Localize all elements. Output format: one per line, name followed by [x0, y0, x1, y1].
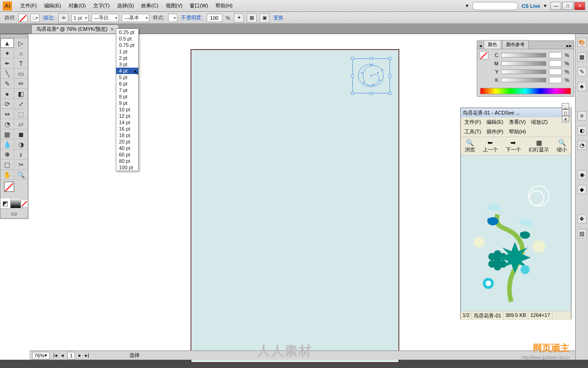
stroke-option[interactable]: 0.5 pt — [116, 35, 138, 42]
fill-dropdown[interactable]: □ — [30, 14, 40, 22]
none-mode[interactable] — [21, 198, 28, 208]
stroke-option[interactable]: 14 pt — [116, 119, 138, 126]
nav-prev-icon[interactable]: ◂ — [61, 352, 64, 358]
opt-icon-1[interactable]: ✦ — [234, 13, 244, 23]
artboard[interactable] — [191, 50, 399, 362]
acd-menu-item[interactable]: 文件(F) — [463, 118, 483, 126]
dock-layers-icon[interactable]: ❖ — [577, 214, 587, 224]
screen-mode[interactable]: ▭ — [0, 208, 28, 218]
zoom-level[interactable]: 76% ▾ — [32, 352, 50, 359]
acd-menu-item[interactable]: 工具(T) — [463, 128, 483, 136]
acd-tool-button[interactable]: 🔍缩小 — [557, 139, 567, 153]
dock-symbols-icon[interactable]: ♣ — [577, 82, 587, 91]
cmyk-slider[interactable] — [501, 53, 546, 58]
stroke-option[interactable]: 20 pt — [116, 138, 138, 145]
dock-gradient-icon[interactable]: ◐ — [577, 126, 587, 135]
symbol-sprayer-tool[interactable]: ❋ — [0, 150, 14, 160]
toolbox-grip[interactable] — [0, 34, 28, 38]
close-tab-icon[interactable]: ✕ — [110, 27, 114, 32]
acdsee-window[interactable]: 鸟语花香-01 - ACDSee ... _□✕ 文件(F)编辑(E)查看(V)… — [460, 108, 571, 319]
acd-menu-item[interactable]: 帮助(H) — [507, 128, 528, 136]
slice-tool[interactable]: ✂ — [14, 160, 28, 170]
minimize-button[interactable]: — — [550, 2, 561, 10]
stroke-stepper[interactable]: ≑ — [58, 13, 68, 23]
hand-tool[interactable]: ✋ — [0, 170, 14, 180]
cmyk-slider[interactable] — [501, 69, 546, 74]
cmyk-input[interactable] — [549, 60, 562, 67]
menu-item[interactable]: 窗口(W) — [186, 1, 212, 10]
zoom-tool[interactable]: 🔍 — [14, 170, 28, 180]
dock-color-icon[interactable]: 🎨 — [577, 38, 587, 47]
stroke-option[interactable]: 7 pt — [116, 87, 138, 93]
scale-tool[interactable]: ⤢ — [14, 99, 28, 109]
spectrum-picker[interactable] — [480, 88, 571, 94]
document-tab[interactable]: 鸟语花香* @ 76% (CMYK/预览) ✕ — [31, 24, 119, 34]
opacity-input[interactable] — [207, 14, 222, 22]
brush-dropdown[interactable]: — 基本 — [122, 14, 149, 22]
nav-first-icon[interactable]: |◂ — [53, 352, 57, 358]
search-input[interactable] — [472, 2, 518, 10]
direct-selection-tool[interactable]: ▷ — [14, 38, 28, 48]
cmyk-slider[interactable] — [501, 61, 546, 66]
color-panel[interactable]: ◂ 颜色 颜色参考 ▸▸ C%M%Y%K% — [477, 40, 574, 97]
stroke-label[interactable]: 描边: — [42, 14, 56, 21]
pencil-tool[interactable]: ✏ — [14, 79, 28, 89]
maximize-button[interactable]: □ — [562, 2, 573, 10]
stroke-option[interactable]: 3 pt — [116, 61, 138, 68]
acd-tool-button[interactable]: ➡下一个 — [506, 139, 521, 153]
opt-icon-2[interactable]: ▦ — [247, 13, 257, 23]
gradient-tool[interactable]: ◼ — [14, 129, 28, 139]
dock-appearance-icon[interactable]: ◉ — [577, 170, 587, 179]
stroke-option[interactable]: 2 pt — [116, 55, 138, 61]
stroke-option[interactable]: 40 pt — [116, 145, 138, 151]
rectangle-tool[interactable]: ▭ — [14, 69, 28, 79]
artboard-tool[interactable]: ▢ — [0, 160, 14, 170]
stroke-weight-dropdown[interactable]: 1 pt — [71, 14, 89, 22]
eraser-tool[interactable]: ◧ — [14, 89, 28, 99]
opacity-label[interactable]: 不透明度: — [180, 14, 204, 21]
blob-brush-tool[interactable]: ● — [0, 89, 14, 99]
pen-tool[interactable]: ✒ — [0, 58, 14, 69]
menu-item[interactable]: 视图(V) — [162, 1, 187, 10]
essentials-dropdown[interactable]: ▾ — [466, 3, 469, 9]
acdsee-titlebar[interactable]: 鸟语花香-01 - ACDSee ... _□✕ — [461, 108, 571, 117]
stroke-option[interactable]: 6 pt — [116, 80, 138, 87]
opt-icon-3[interactable]: ▣ — [260, 13, 270, 23]
dock-transparency-icon[interactable]: ◔ — [577, 141, 587, 150]
profile-dropdown[interactable]: — 等比 — [91, 14, 119, 22]
cmyk-input[interactable] — [549, 52, 562, 58]
nav-last-icon[interactable]: ▸| — [85, 352, 89, 358]
acd-menu-item[interactable]: 插件(P) — [485, 128, 505, 136]
stroke-option[interactable]: 60 pt — [116, 151, 138, 158]
stroke-weight-menu[interactable]: 0.25 pt0.5 pt0.75 pt1 pt2 pt3 pt4 pt5 pt… — [116, 29, 139, 171]
eyedropper-tool[interactable]: 💧 — [0, 139, 14, 150]
stroke-option[interactable]: 0.25 pt — [116, 29, 138, 35]
fill-stroke-swatch[interactable] — [0, 180, 28, 198]
stroke-option[interactable]: 16 pt — [116, 126, 138, 132]
menu-item[interactable]: 编辑(E) — [40, 1, 65, 10]
nav-next-icon[interactable]: ▸ — [79, 352, 81, 358]
lasso-tool[interactable]: ⟑ — [14, 48, 28, 58]
tab-color-guide[interactable]: 颜色参考 — [502, 40, 529, 49]
cslive-button[interactable]: CS Live — [522, 3, 540, 9]
shape-builder-tool[interactable]: ◔ — [0, 119, 14, 129]
perspective-tool[interactable]: ▱ — [14, 119, 28, 129]
acd-menu-item[interactable]: 查看(V) — [507, 118, 528, 126]
dock-stroke-icon[interactable]: ≡ — [577, 111, 587, 121]
type-tool[interactable]: T — [14, 58, 28, 69]
gradient-mode[interactable] — [11, 198, 21, 208]
menu-item[interactable]: 对象(O) — [65, 1, 90, 10]
acd-menu-item[interactable]: 编辑(E) — [485, 118, 505, 126]
acd-tool-button[interactable]: 🔍浏览 — [465, 139, 475, 153]
cmyk-slider[interactable] — [501, 78, 546, 82]
selected-object[interactable] — [352, 58, 390, 93]
transform-link[interactable]: 变换 — [272, 14, 284, 21]
style-dropdown[interactable] — [168, 14, 177, 22]
line-tool[interactable]: ╲ — [0, 69, 14, 79]
acd-tool-button[interactable]: ▦幻灯显示 — [529, 139, 549, 153]
paintbrush-tool[interactable]: ✎ — [0, 79, 14, 89]
acd-menu-item[interactable]: 缩放(Z) — [529, 118, 549, 126]
rotate-tool[interactable]: ⟳ — [0, 99, 14, 109]
stroke-option[interactable]: 100 pt — [116, 164, 138, 171]
magic-wand-tool[interactable]: ✦ — [0, 48, 14, 58]
